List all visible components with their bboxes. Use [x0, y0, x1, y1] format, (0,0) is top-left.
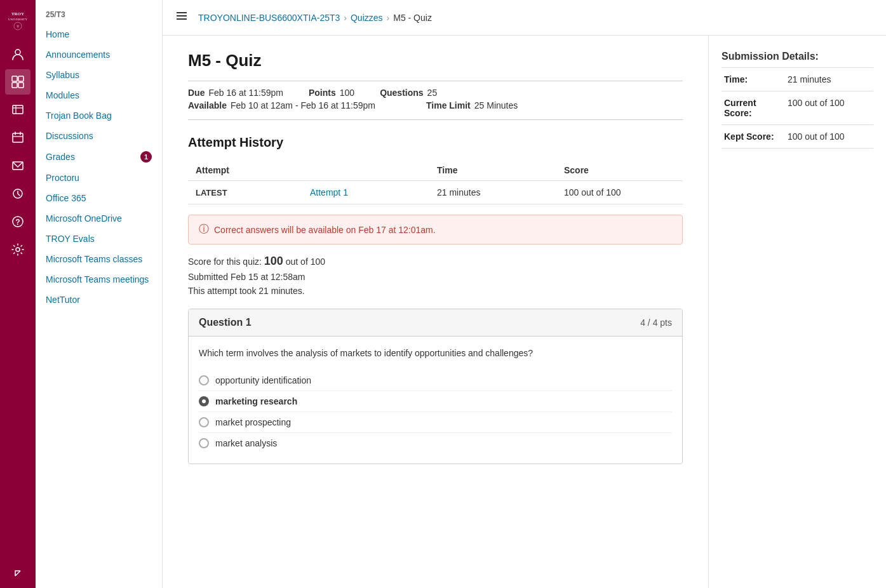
attempt-history-title: Attempt History — [188, 135, 683, 150]
svg-text:TROY: TROY — [11, 11, 24, 17]
submission-row-time: Time: 21 minutes — [722, 68, 873, 91]
questions-value: 25 — [427, 88, 438, 98]
svg-rect-8 — [12, 83, 17, 88]
sidebar-item-onedrive[interactable]: Microsoft OneDrive — [36, 208, 162, 229]
question-title-1: Question 1 — [199, 317, 252, 328]
svg-text:⚜: ⚜ — [16, 24, 20, 29]
question-text-1: Which term involves the analysis of mark… — [199, 347, 672, 360]
svg-point-21 — [16, 248, 20, 251]
course-label: 25/T3 — [36, 5, 162, 24]
main-area: TROYONLINE-BUS6600XTIA-25T3 › Quizzes › … — [163, 0, 886, 588]
sidebar-item-discussions[interactable]: Discussions — [36, 126, 162, 146]
radio-0 — [199, 375, 209, 385]
sidebar-item-announcements[interactable]: Announcements — [36, 44, 162, 65]
sidebar-item-trojan-book-bag[interactable]: Trojan Book Bag — [36, 105, 162, 126]
submission-row-kept: Kept Score: 100 out of 100 — [722, 125, 873, 149]
svg-text:?: ? — [15, 218, 20, 227]
score-info: Score for this quiz: 100 out of 100 — [188, 255, 683, 268]
top-header: TROYONLINE-BUS6600XTIA-25T3 › Quizzes › … — [163, 0, 886, 36]
notice-text: Correct answers will be available on Feb… — [214, 225, 436, 235]
radio-3 — [199, 438, 209, 448]
sub-label-time: Time: — [722, 68, 785, 91]
notice-icon: ⓘ — [199, 223, 209, 236]
svg-rect-10 — [13, 105, 23, 114]
col-header-attempt: Attempt — [188, 160, 302, 181]
sidebar-item-nettutor[interactable]: NetTutor — [36, 290, 162, 310]
sidebar-item-grades[interactable]: Grades 1 — [36, 146, 162, 168]
content-area: M5 - Quiz Due Feb 16 at 11:59pm Points 1… — [163, 36, 886, 588]
sidebar-item-syllabus[interactable]: Syllabus — [36, 65, 162, 85]
nav-sidebar: 25/T3 Home Announcements Syllabus Module… — [36, 0, 163, 588]
col-header-score: Score — [556, 160, 683, 181]
hamburger-menu-icon[interactable] — [175, 10, 188, 25]
sidebar-item-office365[interactable]: Office 365 — [36, 188, 162, 208]
svg-text:UNIVERSITY: UNIVERSITY — [8, 18, 27, 21]
available-value: Feb 10 at 12am - Feb 16 at 11:59pm — [231, 100, 375, 110]
inbox-icon[interactable] — [5, 153, 30, 178]
main-content: M5 - Quiz Due Feb 16 at 11:59pm Points 1… — [163, 36, 708, 588]
attempt-score: 100 out of 100 — [556, 181, 683, 204]
history-icon[interactable] — [5, 181, 30, 206]
calendar-icon[interactable] — [5, 125, 30, 150]
question-body-1: Which term involves the analysis of mark… — [189, 337, 682, 464]
score-label: Score for this quiz: — [188, 257, 262, 267]
answer-label-2: market prospecting — [215, 417, 291, 427]
answer-option-2: market prospecting — [199, 412, 672, 433]
account-icon[interactable] — [5, 41, 30, 67]
sub-label-current: Current Score: — [722, 91, 785, 125]
submission-row-current: Current Score: 100 out of 100 — [722, 91, 873, 125]
svg-rect-7 — [18, 76, 23, 81]
attempt-time: 21 minutes — [429, 181, 556, 204]
col-header-attempt-link — [302, 160, 429, 181]
answer-option-1: marketing research — [199, 391, 672, 412]
quiz-meta: Due Feb 16 at 11:59pm Points 100 Questio… — [188, 81, 683, 120]
sidebar-item-proctoru[interactable]: Proctoru — [36, 168, 162, 188]
help-icon[interactable]: ? — [5, 209, 30, 234]
sub-value-time: 21 minutes — [785, 68, 873, 91]
points-value: 100 — [340, 88, 354, 98]
breadcrumb-sep-2: › — [387, 13, 390, 23]
answer-label-3: market analysis — [215, 438, 277, 448]
question-header-1: Question 1 4 / 4 pts — [189, 309, 682, 337]
answer-label-1: marketing research — [215, 396, 297, 406]
duration-info: This attempt took 21 minutes. — [188, 286, 683, 296]
answer-option-3: market analysis — [199, 433, 672, 453]
breadcrumb-course[interactable]: TROYONLINE-BUS6600XTIA-25T3 — [198, 13, 340, 23]
sidebar-item-teams-classes[interactable]: Microsoft Teams classes — [36, 249, 162, 269]
right-sidebar: Submission Details: Time: 21 minutes Cur… — [708, 36, 886, 588]
courses-icon[interactable] — [5, 97, 30, 123]
questions-label: Questions — [380, 88, 423, 98]
sidebar-item-troy-evals[interactable]: TROY Evals — [36, 229, 162, 249]
submitted-info: Submitted Feb 15 at 12:58am — [188, 272, 683, 282]
sidebar-item-modules[interactable]: Modules — [36, 85, 162, 105]
settings-icon[interactable] — [5, 237, 30, 262]
score-max: out of 100 — [286, 257, 325, 267]
sidebar-item-home[interactable]: Home — [36, 24, 162, 44]
svg-point-5 — [15, 50, 20, 55]
due-value: Feb 16 at 11:59pm — [208, 88, 283, 98]
grades-badge: 1 — [140, 151, 152, 163]
icon-sidebar: TROY UNIVERSITY ⚜ — [0, 0, 36, 588]
score-value: 100 — [264, 255, 283, 267]
sub-label-kept: Kept Score: — [722, 125, 785, 149]
breadcrumb-section[interactable]: Quizzes — [351, 13, 383, 23]
sub-value-kept: 100 out of 100 — [785, 125, 873, 149]
svg-line-22 — [15, 571, 20, 576]
sidebar-item-teams-meetings[interactable]: Microsoft Teams meetings — [36, 269, 162, 290]
breadcrumb: TROYONLINE-BUS6600XTIA-25T3 › Quizzes › … — [198, 13, 432, 23]
answer-option-0: opportunity identification — [199, 370, 672, 391]
submission-table: Time: 21 minutes Current Score: 100 out … — [722, 67, 873, 149]
svg-rect-9 — [18, 83, 23, 88]
available-label: Available — [188, 100, 227, 110]
svg-rect-13 — [13, 133, 23, 142]
time-limit-label: Time Limit — [426, 100, 471, 110]
radio-1 — [199, 396, 209, 406]
attempt-link[interactable]: Attempt 1 — [310, 187, 348, 197]
question-card-1: Question 1 4 / 4 pts Which term involves… — [188, 309, 683, 464]
dashboard-icon[interactable] — [5, 69, 30, 95]
radio-2 — [199, 417, 209, 427]
table-row: LATEST Attempt 1 21 minutes 100 out of 1… — [188, 181, 683, 204]
attempt-tag: LATEST — [188, 181, 302, 204]
collapse-icon[interactable] — [13, 568, 23, 580]
submission-title: Submission Details: — [722, 51, 873, 62]
